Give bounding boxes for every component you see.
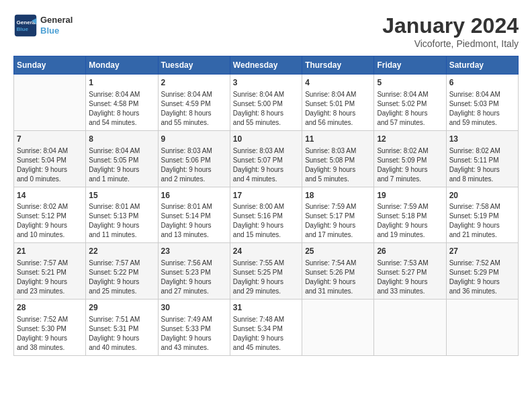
day-number: 7 [17,134,83,145]
calendar-cell [302,300,374,356]
calendar-cell: 17Sunrise: 8:00 AM Sunset: 5:16 PM Dayli… [230,187,302,243]
day-info: Sunrise: 8:01 AM Sunset: 5:14 PM Dayligh… [161,202,227,240]
calendar-table: SundayMondayTuesdayWednesdayThursdayFrid… [13,56,519,356]
calendar-cell: 13Sunrise: 8:02 AM Sunset: 5:11 PM Dayli… [446,130,518,187]
day-number: 24 [233,246,299,257]
day-number: 10 [233,134,299,145]
day-info: Sunrise: 7:57 AM Sunset: 5:22 PM Dayligh… [89,259,154,296]
day-info: Sunrise: 7:59 AM Sunset: 5:18 PM Dayligh… [377,202,443,240]
day-number: 19 [377,190,443,201]
day-info: Sunrise: 8:03 AM Sunset: 5:08 PM Dayligh… [305,146,371,184]
calendar-cell: 27Sunrise: 7:52 AM Sunset: 5:29 PM Dayli… [446,243,518,300]
calendar-cell: 21Sunrise: 7:57 AM Sunset: 5:21 PM Dayli… [14,243,86,300]
calendar-cell: 5Sunrise: 8:04 AM Sunset: 5:02 PM Daylig… [374,75,446,131]
day-info: Sunrise: 7:51 AM Sunset: 5:31 PM Dayligh… [89,315,154,353]
header-row: SundayMondayTuesdayWednesdayThursdayFrid… [14,56,519,75]
week-row-2: 7Sunrise: 8:04 AM Sunset: 5:04 PM Daylig… [14,130,519,187]
calendar-cell: 25Sunrise: 7:54 AM Sunset: 5:26 PM Dayli… [302,243,374,300]
day-number: 25 [305,246,371,257]
calendar-cell: 29Sunrise: 7:51 AM Sunset: 5:31 PM Dayli… [86,300,158,356]
day-info: Sunrise: 7:54 AM Sunset: 5:26 PM Dayligh… [305,259,371,296]
day-number: 15 [89,190,154,201]
day-number: 2 [161,77,227,89]
calendar-cell: 18Sunrise: 7:59 AM Sunset: 5:17 PM Dayli… [302,187,374,243]
calendar-cell: 28Sunrise: 7:52 AM Sunset: 5:30 PM Dayli… [14,300,86,356]
calendar-cell: 22Sunrise: 7:57 AM Sunset: 5:22 PM Dayli… [86,243,158,300]
day-number: 31 [233,302,299,314]
day-info: Sunrise: 7:56 AM Sunset: 5:23 PM Dayligh… [161,259,227,296]
day-info: Sunrise: 7:59 AM Sunset: 5:17 PM Dayligh… [305,202,371,240]
header-cell-wednesday: Wednesday [230,56,302,75]
page-header: General Blue General Blue January 2024 V… [13,13,519,49]
calendar-cell: 12Sunrise: 8:02 AM Sunset: 5:09 PM Dayli… [374,130,446,187]
day-info: Sunrise: 7:57 AM Sunset: 5:21 PM Dayligh… [17,259,83,296]
week-row-1: 1Sunrise: 8:04 AM Sunset: 4:58 PM Daylig… [14,75,519,131]
day-number: 14 [17,190,83,201]
calendar-cell: 20Sunrise: 7:58 AM Sunset: 5:19 PM Dayli… [446,187,518,243]
header-cell-thursday: Thursday [302,56,374,75]
day-number: 26 [377,246,443,257]
day-info: Sunrise: 8:04 AM Sunset: 5:05 PM Dayligh… [89,146,154,184]
day-number: 22 [89,246,154,257]
day-number: 4 [305,77,371,89]
day-info: Sunrise: 8:01 AM Sunset: 5:13 PM Dayligh… [89,202,154,240]
month-title: January 2024 [382,13,519,38]
day-info: Sunrise: 8:02 AM Sunset: 5:12 PM Dayligh… [17,202,83,240]
calendar-cell: 1Sunrise: 8:04 AM Sunset: 4:58 PM Daylig… [86,75,158,131]
calendar-cell: 31Sunrise: 7:48 AM Sunset: 5:34 PM Dayli… [230,300,302,356]
calendar-cell [446,300,518,356]
header-cell-monday: Monday [86,56,158,75]
day-info: Sunrise: 8:04 AM Sunset: 5:01 PM Dayligh… [305,90,371,128]
title-block: January 2024 Vicoforte, Piedmont, Italy [382,13,519,49]
day-info: Sunrise: 8:04 AM Sunset: 5:04 PM Dayligh… [17,146,83,184]
day-number: 28 [17,302,83,314]
calendar-cell: 9Sunrise: 8:03 AM Sunset: 5:06 PM Daylig… [158,130,230,187]
logo-text: General [40,15,73,26]
day-info: Sunrise: 7:49 AM Sunset: 5:33 PM Dayligh… [161,315,227,353]
day-number: 8 [89,134,154,145]
day-number: 12 [377,134,443,145]
day-number: 18 [305,190,371,201]
location: Vicoforte, Piedmont, Italy [382,38,519,49]
day-number: 9 [161,134,227,145]
day-info: Sunrise: 8:04 AM Sunset: 4:59 PM Dayligh… [161,90,227,128]
header-cell-tuesday: Tuesday [158,56,230,75]
calendar-cell: 23Sunrise: 7:56 AM Sunset: 5:23 PM Dayli… [158,243,230,300]
week-row-4: 21Sunrise: 7:57 AM Sunset: 5:21 PM Dayli… [14,243,519,300]
day-info: Sunrise: 8:00 AM Sunset: 5:16 PM Dayligh… [233,202,299,240]
calendar-cell: 16Sunrise: 8:01 AM Sunset: 5:14 PM Dayli… [158,187,230,243]
day-number: 1 [89,77,154,89]
calendar-cell: 14Sunrise: 8:02 AM Sunset: 5:12 PM Dayli… [14,187,86,243]
calendar-cell [14,75,86,131]
svg-text:Blue: Blue [17,26,29,32]
day-info: Sunrise: 7:58 AM Sunset: 5:19 PM Dayligh… [449,202,515,240]
day-info: Sunrise: 8:04 AM Sunset: 5:02 PM Dayligh… [377,90,443,128]
header-cell-saturday: Saturday [446,56,518,75]
calendar-cell: 19Sunrise: 7:59 AM Sunset: 5:18 PM Dayli… [374,187,446,243]
calendar-cell: 3Sunrise: 8:04 AM Sunset: 5:00 PM Daylig… [230,75,302,131]
day-number: 27 [449,246,515,257]
calendar-cell [374,300,446,356]
day-number: 11 [305,134,371,145]
day-info: Sunrise: 7:53 AM Sunset: 5:27 PM Dayligh… [377,259,443,296]
header-cell-sunday: Sunday [14,56,86,75]
calendar-cell: 2Sunrise: 8:04 AM Sunset: 4:59 PM Daylig… [158,75,230,131]
week-row-5: 28Sunrise: 7:52 AM Sunset: 5:30 PM Dayli… [14,300,519,356]
day-number: 13 [449,134,515,145]
header-cell-friday: Friday [374,56,446,75]
calendar-cell: 24Sunrise: 7:55 AM Sunset: 5:25 PM Dayli… [230,243,302,300]
calendar-cell: 7Sunrise: 8:04 AM Sunset: 5:04 PM Daylig… [14,130,86,187]
day-info: Sunrise: 8:04 AM Sunset: 4:58 PM Dayligh… [89,90,154,128]
day-info: Sunrise: 7:55 AM Sunset: 5:25 PM Dayligh… [233,259,299,296]
day-info: Sunrise: 7:48 AM Sunset: 5:34 PM Dayligh… [233,315,299,353]
day-number: 17 [233,190,299,201]
day-number: 16 [161,190,227,201]
day-number: 23 [161,246,227,257]
calendar-cell: 4Sunrise: 8:04 AM Sunset: 5:01 PM Daylig… [302,75,374,131]
day-info: Sunrise: 8:04 AM Sunset: 5:03 PM Dayligh… [449,90,515,128]
logo-subtext: Blue [40,26,73,36]
day-info: Sunrise: 8:04 AM Sunset: 5:00 PM Dayligh… [233,90,299,128]
day-info: Sunrise: 8:02 AM Sunset: 5:09 PM Dayligh… [377,146,443,184]
day-info: Sunrise: 8:03 AM Sunset: 5:06 PM Dayligh… [161,146,227,184]
day-number: 6 [449,77,515,89]
